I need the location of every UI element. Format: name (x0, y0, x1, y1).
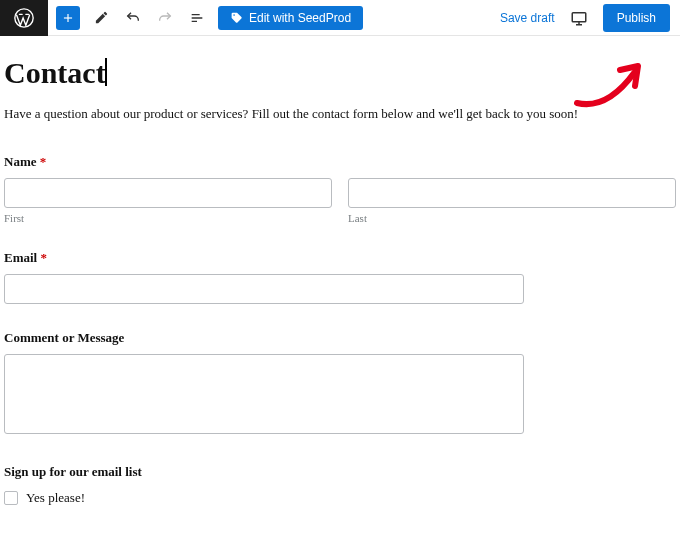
undo-button[interactable] (122, 7, 144, 29)
last-name-input[interactable] (348, 178, 676, 208)
required-marker: * (40, 154, 47, 169)
field-name: Name * First Last (4, 154, 676, 224)
svg-rect-1 (572, 12, 586, 21)
page-title[interactable]: Contact (4, 56, 106, 90)
required-marker: * (40, 250, 47, 265)
edit-mode-button[interactable] (90, 7, 112, 29)
editor-toolbar: Edit with SeedProd Save draft Publish (0, 0, 680, 36)
field-comment: Comment or Message (4, 330, 676, 438)
signup-label: Sign up for our email list (4, 464, 676, 480)
field-signup: Sign up for our email list Yes please! (4, 464, 676, 506)
tag-icon (230, 11, 243, 24)
first-name-input[interactable] (4, 178, 332, 208)
add-block-button[interactable] (56, 6, 80, 30)
redo-icon (157, 10, 173, 26)
toolbar-left-group: Edit with SeedProd (48, 6, 363, 30)
email-label-text: Email (4, 250, 37, 265)
plus-icon (61, 11, 75, 25)
name-label-text: Name (4, 154, 37, 169)
undo-icon (125, 10, 141, 26)
save-draft-link[interactable]: Save draft (500, 11, 555, 25)
list-icon (189, 10, 205, 26)
publish-button[interactable]: Publish (603, 4, 670, 32)
redo-button[interactable] (154, 7, 176, 29)
signup-checkbox[interactable] (4, 491, 18, 505)
last-name-sublabel: Last (348, 212, 676, 224)
page-content: Contact Have a question about our produc… (0, 36, 680, 533)
seedprod-button-label: Edit with SeedProd (249, 11, 351, 25)
name-label: Name * (4, 154, 676, 170)
wordpress-icon (13, 7, 35, 29)
page-title-text: Contact (4, 56, 106, 89)
email-label: Email * (4, 250, 676, 266)
desktop-icon (570, 9, 588, 27)
preview-button[interactable] (569, 8, 589, 28)
email-input[interactable] (4, 274, 524, 304)
field-email: Email * (4, 250, 676, 304)
pencil-icon (94, 10, 109, 25)
comment-label: Comment or Message (4, 330, 676, 346)
toolbar-right-group: Save draft Publish (500, 4, 680, 32)
signup-option-label: Yes please! (26, 490, 85, 506)
edit-with-seedprod-button[interactable]: Edit with SeedProd (218, 6, 363, 30)
wordpress-logo[interactable] (0, 0, 48, 36)
page-intro[interactable]: Have a question about our product or ser… (4, 106, 676, 122)
text-caret (105, 58, 107, 86)
first-name-sublabel: First (4, 212, 332, 224)
document-outline-button[interactable] (186, 7, 208, 29)
comment-textarea[interactable] (4, 354, 524, 434)
